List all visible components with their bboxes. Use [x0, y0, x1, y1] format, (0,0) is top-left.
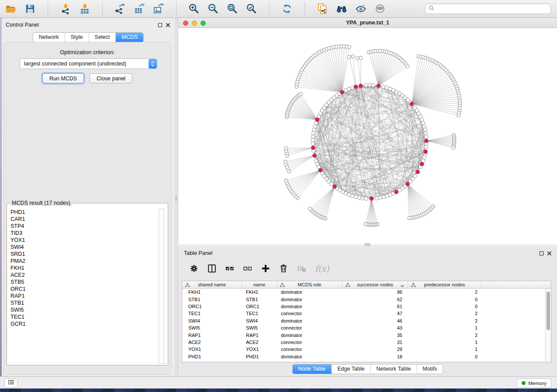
import-table-button[interactable]: [78, 2, 91, 15]
add-row-button[interactable]: [260, 263, 271, 274]
mcds-result-item[interactable]: PHD1: [7, 209, 158, 216]
column-header-successor-nodes[interactable]: successor nodes: [343, 281, 408, 288]
import-network-button[interactable]: [59, 2, 72, 15]
toggle-graphics-details-button[interactable]: [354, 2, 367, 15]
refresh-layout-button[interactable]: [280, 2, 294, 15]
network-canvas[interactable]: [178, 28, 557, 244]
table-row[interactable]: YOX1YOX1connector291: [182, 346, 551, 353]
table-panel-title: Table Panel: [184, 250, 212, 256]
show-column-button[interactable]: [207, 263, 217, 274]
control-panel: Control Panel NetworkStyleSelectMCDS Opt…: [2, 18, 175, 376]
mcds-result-item[interactable]: CAR1: [7, 216, 158, 223]
status-menu-button[interactable]: [4, 378, 17, 388]
cell-shared-name: FKH1: [182, 289, 242, 295]
mcds-result-item[interactable]: STP4: [7, 223, 158, 230]
table-panel-close-icon[interactable]: [547, 251, 552, 256]
tab-style[interactable]: Style: [65, 33, 89, 42]
cell-mcds-role: connector: [277, 340, 343, 345]
zoom-out-button[interactable]: [207, 2, 220, 15]
table-row[interactable]: STB1STB1dominator620: [182, 296, 551, 303]
bird-eye-view-button[interactable]: [374, 2, 387, 15]
cell-name: TEC1: [242, 311, 277, 316]
column-header-filler: [481, 281, 551, 288]
search-box[interactable]: [425, 3, 551, 14]
mcds-result-item[interactable]: TEC1: [7, 313, 158, 320]
horizontal-splitter[interactable]: [178, 244, 557, 248]
mcds-result-item[interactable]: RAP1: [7, 292, 158, 299]
table-row[interactable]: PHD1PHD1dominator180: [182, 353, 551, 360]
column-header-MCDS-role[interactable]: MCDS role: [277, 281, 343, 288]
select-all-button[interactable]: [225, 263, 235, 274]
mcds-result-list[interactable]: PHD1CAR1STP4TID3YOX1SWI4SRD1PMA2FKH1ACE2…: [7, 209, 158, 364]
settings-gear-button[interactable]: [189, 263, 199, 274]
mcds-result-item[interactable]: PMA2: [7, 258, 158, 265]
close-panel-button[interactable]: Close panel: [90, 73, 132, 83]
cell-mcds-role: dominator: [277, 354, 343, 359]
select-stepper-icon: [149, 59, 157, 69]
cell-predecessor-nodes: 2: [408, 318, 481, 323]
cell-successor-nodes: 18: [343, 354, 408, 359]
tab-mcds[interactable]: MCDS: [115, 33, 143, 42]
node-table-scrollbar-thumb[interactable]: [547, 292, 550, 330]
new-network-from-selection-button[interactable]: [316, 2, 329, 15]
table-row[interactable]: SWI5SWI5connector431: [182, 324, 551, 331]
zoom-in-button[interactable]: [187, 2, 201, 15]
tab-network[interactable]: Network: [33, 33, 65, 42]
column-label: name: [253, 282, 266, 287]
memory-button[interactable]: Memory: [517, 378, 551, 388]
mcds-result-item[interactable]: STB5: [7, 279, 158, 285]
cell-successor-nodes: 62: [343, 297, 408, 302]
tab-motifs[interactable]: Motifs: [416, 364, 443, 374]
tab-select[interactable]: Select: [89, 33, 116, 42]
mcds-result-item[interactable]: ACE2: [7, 272, 158, 279]
network-graph[interactable]: [178, 28, 557, 244]
mcds-result-item[interactable]: STB1: [7, 299, 158, 306]
column-header-name[interactable]: name: [242, 281, 277, 288]
mcds-result-item[interactable]: YOX1: [7, 237, 158, 244]
mcds-result-item[interactable]: SWI4: [7, 244, 158, 251]
find-binoculars-button[interactable]: [335, 2, 348, 15]
tab-node-table[interactable]: Node Table: [292, 364, 331, 374]
mcds-result-item[interactable]: SRD1: [7, 251, 158, 258]
tab-network-table[interactable]: Network Table: [370, 364, 417, 374]
delete-row-button[interactable]: [278, 263, 289, 274]
zoom-selected-button[interactable]: [245, 2, 258, 15]
tab-edge-table[interactable]: Edge Table: [331, 364, 370, 374]
column-header-predecessor-nodes[interactable]: predecessor nodes: [408, 281, 481, 288]
table-row[interactable]: SWI4SWI4dominator462: [182, 317, 551, 324]
mcds-result-item[interactable]: ORC1: [7, 285, 158, 292]
column-header-shared-name[interactable]: shared name: [182, 281, 242, 288]
save-session-button[interactable]: [24, 2, 37, 15]
mcds-result-item[interactable]: GCR1: [7, 320, 158, 327]
table-row[interactable]: RAP1RAP1dominator352: [182, 331, 551, 338]
mcds-result-scrollbar[interactable]: [159, 209, 164, 364]
mcds-result-item[interactable]: SWI5: [7, 306, 158, 313]
node-table-scrollbar[interactable]: [545, 289, 551, 362]
node-table-header: shared namenameMCDS rolesuccessor nodesp…: [182, 281, 551, 289]
search-input[interactable]: [435, 6, 548, 12]
criterion-selected-value: largest connected component (undirected): [20, 61, 149, 67]
export-network-button[interactable]: [114, 2, 127, 15]
table-row[interactable]: ACE2ACE2connector311: [182, 339, 551, 346]
criterion-select[interactable]: largest connected component (undirected): [20, 58, 158, 69]
mcds-result-item[interactable]: TID3: [7, 230, 158, 237]
cell-shared-name: YOX1: [182, 347, 242, 352]
export-table-button[interactable]: [133, 2, 146, 15]
unselect-all-button[interactable]: [242, 263, 253, 274]
run-mcds-button[interactable]: Run MCDS: [42, 73, 84, 83]
mcds-result-item[interactable]: FKH1: [7, 265, 158, 272]
vertical-splitter[interactable]: [175, 18, 178, 376]
vertical-splitter-grip[interactable]: [175, 196, 177, 201]
horizontal-splitter-grip[interactable]: [365, 243, 370, 246]
table-panel-float-icon[interactable]: [539, 251, 544, 256]
cell-shared-name: ORC1: [182, 304, 242, 309]
export-image-button[interactable]: [152, 2, 165, 15]
control-panel-close-icon[interactable]: [165, 22, 170, 28]
search-icon: [428, 5, 435, 13]
table-row[interactable]: TEC1TEC1connector472: [182, 310, 551, 317]
table-row[interactable]: ORC1ORC1dominator610: [182, 303, 551, 310]
table-row[interactable]: FKH1FKH1dominator962: [182, 289, 551, 296]
control-panel-float-icon[interactable]: [157, 22, 163, 28]
open-file-button[interactable]: [4, 2, 17, 15]
zoom-fit-button[interactable]: [226, 2, 239, 15]
